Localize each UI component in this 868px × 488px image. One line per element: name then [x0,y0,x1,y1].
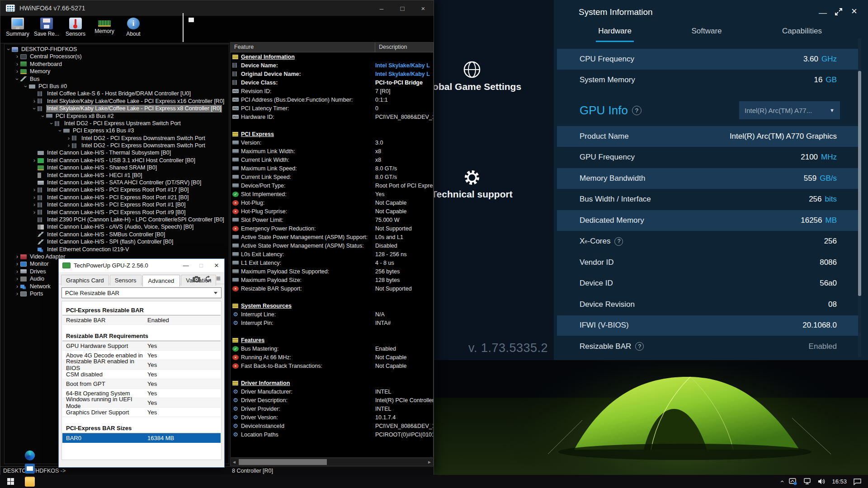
taskbar-app-mail[interactable] [21,462,39,475]
toolbar-button-sensors[interactable]: Sensors [61,18,90,42]
tab-capabilities[interactable]: Capabilities [775,27,829,36]
tree-item[interactable]: ›Intel Cannon Lake-H/S - USB 3.1 xHCI Ho… [5,157,229,164]
scroll-right-arrow-icon[interactable]: ► [426,460,433,465]
intel-graphics-tray-icon[interactable] [789,478,797,485]
gpuz-row: Resizable BAR enabled in BIOSYes [62,360,221,370]
refresh-icon[interactable] [205,276,212,282]
tree-expander-icon[interactable]: › [14,260,20,267]
tree-expander-icon[interactable]: › [31,105,38,112]
tab-advanced[interactable]: Advanced [142,275,180,286]
minimize-button[interactable]: — [819,8,827,18]
tree-item[interactable]: ›Intel Cannon Lake-H/S - PCI Express Roo… [5,201,229,208]
tree-expander-icon[interactable]: › [14,76,21,82]
toolbar-button-summary[interactable]: Summary [3,18,32,42]
tab-hardware[interactable]: Hardware [592,27,637,36]
tree-expander-icon[interactable]: › [31,186,38,193]
tree-expander-icon[interactable]: › [14,268,20,275]
tree-item[interactable]: ›Intel DG2 - PCI Express Downstream Swit… [5,142,229,149]
toolbar-button-savere[interactable]: Save Re... [32,18,61,42]
tab-graphics-card[interactable]: Graphics Card [61,275,109,286]
tree-item[interactable]: ›PCI Express x8 Bus #2 [5,113,229,120]
description-column-header[interactable]: Description [375,42,433,52]
tree-expander-icon[interactable]: › [39,113,47,119]
panel-scrollbar-thumb[interactable] [858,71,861,296]
tree-expander-icon[interactable]: › [14,253,20,260]
tree-expander-icon[interactable]: › [66,135,72,142]
close-icon[interactable]: × [851,5,857,17]
tree-item[interactable]: ›Intel DG2 - PCI Express Downstream Swit… [5,135,229,142]
tree-item[interactable]: ›PCI Express x16 Bus #3 [5,127,229,134]
volume-tray-icon[interactable] [818,478,826,485]
tree-expander-icon[interactable]: › [22,83,29,89]
taskbar-clock[interactable]: 16:53 [832,478,847,485]
tree-expander-icon[interactable]: › [48,120,55,127]
tree-item[interactable]: Intel Cannon Lake-H/S - Thermal Subsyste… [5,149,229,156]
tree-expander-icon[interactable]: › [31,209,38,216]
tree-item[interactable]: Intel Z390 PCH (Cannon Lake-H) - LPC Con… [5,216,229,223]
tree-item[interactable]: Intel Cannon Lake-H/S - cAVS (Audio, Voi… [5,223,229,230]
gpuz-selected-row[interactable]: BAR016384 MB [62,433,221,443]
tree-expander-icon[interactable]: › [14,53,20,60]
tab-sensors[interactable]: Sensors [110,275,142,286]
toolbar-button-about[interactable]: iAbout [119,18,148,42]
tree-item[interactable]: ›Intel Cannon Lake-H/S - PCI Express Roo… [5,186,229,193]
tree-item[interactable]: Intel Cannon Lake-H/S - SMBus Controller… [5,231,229,238]
tree-expander-icon[interactable]: › [14,61,20,68]
tree-expander-icon[interactable]: › [66,142,72,149]
table-section-row: System Resources [231,301,433,310]
minimize-button[interactable]: — [178,262,193,269]
close-button[interactable]: × [413,0,434,16]
camera-icon[interactable] [193,276,200,282]
maximize-button[interactable]: □ [392,0,413,16]
tree-item[interactable]: ›Intel Skylake/Kaby Lake/Coffee Lake - P… [5,105,229,112]
tree-item[interactable]: ›Central Processor(s) [5,53,229,60]
taskbar-app-file-explorer[interactable] [21,475,39,488]
tree-expander-icon[interactable]: › [14,283,20,290]
hscrollbar-thumb[interactable] [239,459,327,465]
expand-icon[interactable] [834,7,843,16]
tab-software[interactable]: Software [682,27,731,36]
toolbar-button-memory[interactable]: Memory [90,18,119,42]
tree-item[interactable]: Intel Ethernet Connection I219-V [5,246,229,253]
tree-item[interactable]: ›Intel Cannon Lake-H/S - PCI Express Roo… [5,209,229,216]
tree-expander-icon[interactable]: › [57,128,64,134]
tree-expander-icon[interactable]: › [14,68,20,75]
scroll-left-arrow-icon[interactable]: ◄ [231,460,238,465]
tree-expander-icon[interactable]: › [5,46,12,52]
menu-icon[interactable]: ≡ [216,274,221,283]
taskbar-app-edge[interactable] [21,449,39,462]
start-button[interactable] [0,475,21,488]
tree-item[interactable]: Intel Cannon Lake-H/S - HECI #1 [B0] [5,172,229,179]
gpu-info-help-icon[interactable]: ? [632,106,642,115]
minimize-button[interactable]: – [371,0,392,16]
tree-item[interactable]: ›Intel Skylake/Kaby Lake/Coffee Lake - P… [5,98,229,105]
action-center-icon[interactable] [853,478,862,485]
tree-item[interactable]: ›Intel Cannon Lake-H/S - PCI Express Roo… [5,194,229,201]
tree-expander-icon[interactable]: › [31,194,38,201]
tree-expander-icon[interactable]: › [31,157,38,164]
tray-expand-icon[interactable]: › [778,480,785,483]
maximize-button[interactable]: □ [193,262,209,269]
tree-item[interactable]: Intel Cannon Lake-H/S - SPI (flash) Cont… [5,238,229,245]
tree-item[interactable]: Intel Cannon Lake-H/S - SATA AHCI Contro… [5,179,229,186]
tree-item[interactable]: ›Motherboard [5,61,229,68]
tree-item[interactable]: Intel Cannon Lake-H/S - Shared SRAM [B0] [5,164,229,171]
tree-item[interactable]: ›Memory [5,68,229,75]
tree-expander-icon[interactable]: › [31,98,38,105]
gpu-select-dropdown[interactable]: Intel(R) Arc(TM) A77... ▼ [739,101,840,119]
tree-item[interactable]: ›PCI Bus #0 [5,83,229,90]
advanced-mode-dropdown[interactable]: PCIe Resizable BAR [61,287,222,298]
feature-column-header[interactable]: Feature [231,42,375,52]
tree-item[interactable]: ›Bus [5,75,229,83]
tree-item[interactable]: ›DESKTOP-FHDFKOS [5,46,229,53]
tree-expander-icon[interactable]: › [14,290,20,297]
feature-table-hscrollbar[interactable]: ◄ ► [230,458,434,466]
tree-item[interactable]: ›Intel DG2 - PCI Express Upstream Switch… [5,120,229,127]
help-icon[interactable]: ? [614,237,623,246]
tree-expander-icon[interactable]: › [14,275,20,282]
close-button[interactable]: ✕ [209,262,224,269]
help-icon[interactable]: ? [635,342,644,351]
tree-expander-icon[interactable]: › [31,201,38,208]
tree-item[interactable]: Intel Coffee Lake-S 6 - Host Bridge/DRAM… [5,90,229,97]
network-tray-icon[interactable] [803,478,811,485]
